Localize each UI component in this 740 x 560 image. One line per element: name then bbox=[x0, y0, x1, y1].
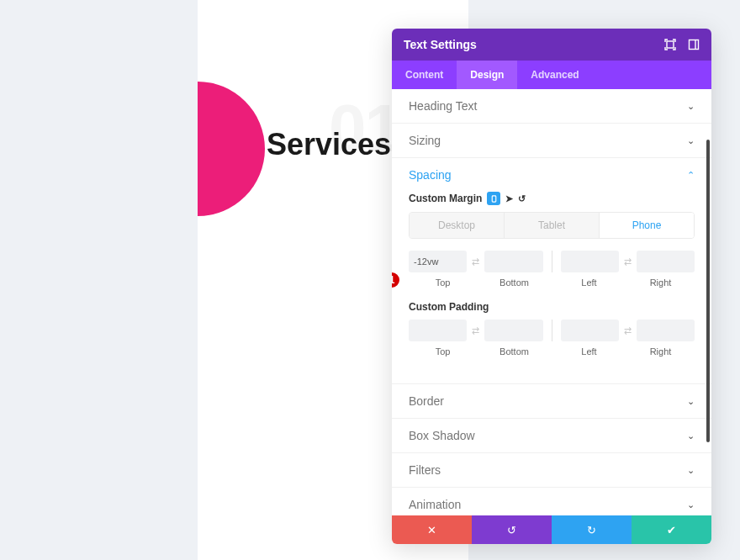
custom-padding-label-row: Custom Padding bbox=[409, 301, 695, 313]
margin-bottom-input[interactable] bbox=[484, 251, 542, 272]
label-top: Top bbox=[409, 346, 477, 357]
panel-tabs: Content Design Advanced bbox=[392, 61, 711, 89]
margin-inputs: ⇄ ⇄ bbox=[409, 251, 695, 272]
label-right: Right bbox=[626, 277, 695, 288]
settings-panel: 1 Text Settings Content Design Advanced … bbox=[392, 29, 711, 544]
separator bbox=[552, 320, 552, 341]
margin-left-input[interactable] bbox=[561, 251, 619, 272]
heading-services: Services bbox=[267, 127, 391, 162]
redo-button[interactable]: ↻ bbox=[552, 515, 632, 544]
label-right: Right bbox=[626, 346, 695, 357]
save-button[interactable]: ✔ bbox=[632, 515, 711, 544]
device-tab-phone[interactable]: Phone bbox=[599, 213, 694, 238]
margin-right-input[interactable] bbox=[637, 251, 695, 272]
hover-cursor-icon[interactable]: ➤ bbox=[505, 193, 513, 204]
section-heading-text[interactable]: Heading Text ⌄ bbox=[392, 89, 711, 123]
svg-rect-3 bbox=[492, 195, 496, 201]
svg-rect-0 bbox=[667, 41, 674, 48]
section-sizing-label: Sizing bbox=[409, 134, 441, 147]
device-tabs: Desktop Tablet Phone bbox=[409, 212, 695, 239]
expand-icon[interactable] bbox=[664, 39, 676, 50]
chevron-down-icon: ⌄ bbox=[687, 101, 695, 112]
link-values-icon[interactable]: ⇄ bbox=[622, 325, 633, 336]
chevron-down-icon: ⌄ bbox=[687, 396, 695, 407]
snap-icon[interactable] bbox=[688, 39, 700, 50]
chevron-down-icon: ⌄ bbox=[687, 431, 695, 441]
chevron-down-icon: ⌄ bbox=[687, 135, 695, 146]
panel-header[interactable]: Text Settings bbox=[392, 29, 711, 61]
label-bottom: Bottom bbox=[480, 346, 548, 357]
chevron-up-icon: ⌃ bbox=[687, 170, 695, 181]
section-sizing[interactable]: Sizing ⌄ bbox=[392, 124, 711, 157]
svg-rect-1 bbox=[690, 40, 699, 50]
section-box-shadow[interactable]: Box Shadow ⌄ bbox=[392, 419, 711, 452]
panel-title: Text Settings bbox=[404, 38, 664, 51]
tab-advanced[interactable]: Advanced bbox=[517, 61, 592, 89]
spacing-body: Custom Margin ➤ ↺ Desktop Tablet Phone ⇄ bbox=[392, 192, 711, 383]
cancel-button[interactable]: ✕ bbox=[392, 515, 472, 544]
responsive-phone-icon[interactable] bbox=[487, 192, 500, 205]
tab-content[interactable]: Content bbox=[392, 61, 457, 89]
margin-top-input[interactable] bbox=[409, 251, 467, 272]
section-border[interactable]: Border ⌄ bbox=[392, 384, 711, 418]
section-spacing[interactable]: Spacing ⌃ bbox=[392, 158, 711, 192]
padding-side-labels: TopBottom LeftRight bbox=[409, 346, 695, 357]
link-values-icon[interactable]: ⇄ bbox=[622, 256, 633, 267]
label-left: Left bbox=[555, 346, 623, 357]
section-animation-label: Animation bbox=[409, 498, 461, 511]
separator bbox=[552, 251, 552, 272]
device-tab-desktop[interactable]: Desktop bbox=[410, 213, 504, 238]
margin-side-labels: TopBottom LeftRight bbox=[409, 277, 695, 288]
label-left: Left bbox=[555, 277, 623, 288]
padding-inputs: ⇄ ⇄ bbox=[409, 320, 695, 341]
section-filters-label: Filters bbox=[409, 463, 441, 477]
padding-right-input[interactable] bbox=[637, 320, 695, 341]
custom-margin-label: Custom Margin bbox=[409, 193, 482, 204]
section-box-shadow-label: Box Shadow bbox=[409, 429, 475, 442]
section-animation[interactable]: Animation ⌄ bbox=[392, 488, 711, 515]
custom-padding-label: Custom Padding bbox=[409, 301, 489, 313]
tab-design[interactable]: Design bbox=[457, 61, 517, 89]
custom-margin-label-row: Custom Margin ➤ ↺ bbox=[409, 192, 695, 205]
link-values-icon[interactable]: ⇄ bbox=[470, 256, 481, 267]
padding-left-input[interactable] bbox=[561, 320, 619, 341]
panel-scroll-area: Heading Text ⌄ Sizing ⌄ Spacing ⌃ Custom… bbox=[392, 89, 711, 515]
section-spacing-label: Spacing bbox=[409, 168, 452, 182]
section-heading-text-label: Heading Text bbox=[409, 99, 477, 113]
panel-footer: ✕ ↺ ↻ ✔ bbox=[392, 515, 711, 544]
undo-button[interactable]: ↺ bbox=[472, 515, 552, 544]
chevron-down-icon: ⌄ bbox=[687, 499, 695, 510]
padding-top-input[interactable] bbox=[409, 320, 467, 341]
reset-icon[interactable]: ↺ bbox=[518, 193, 526, 204]
link-values-icon[interactable]: ⇄ bbox=[470, 325, 481, 336]
label-top: Top bbox=[409, 277, 477, 288]
chevron-down-icon: ⌄ bbox=[687, 465, 695, 476]
label-bottom: Bottom bbox=[480, 277, 548, 288]
pink-circle-shape bbox=[198, 82, 265, 216]
section-border-label: Border bbox=[409, 394, 444, 408]
section-filters[interactable]: Filters ⌄ bbox=[392, 453, 711, 487]
device-tab-tablet[interactable]: Tablet bbox=[504, 213, 599, 238]
scrollbar[interactable] bbox=[706, 140, 710, 442]
padding-bottom-input[interactable] bbox=[484, 320, 542, 341]
